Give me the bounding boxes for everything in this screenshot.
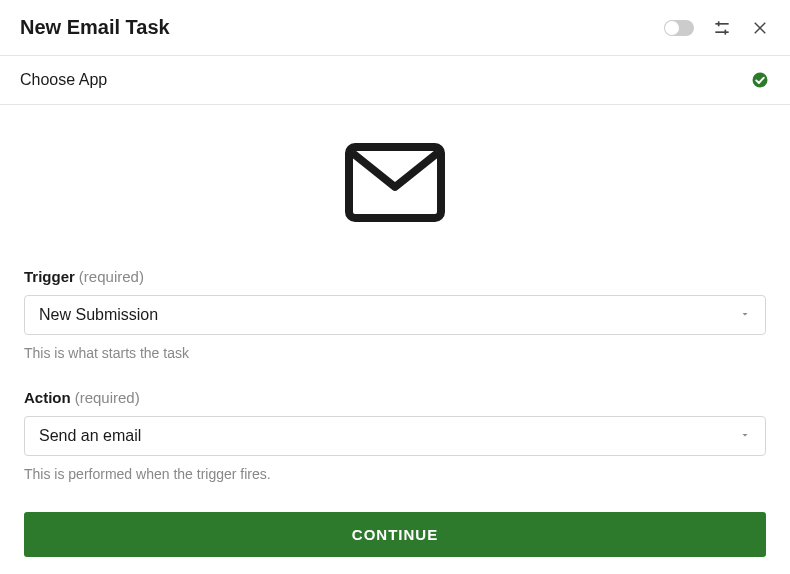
- caret-down-icon: [739, 427, 751, 445]
- page-title: New Email Task: [20, 16, 170, 39]
- section-header: Choose App: [0, 56, 790, 105]
- close-icon[interactable]: [750, 18, 770, 38]
- trigger-label: Trigger (required): [24, 268, 766, 285]
- header-actions: [664, 18, 770, 38]
- check-complete-icon: [750, 70, 770, 90]
- caret-down-icon: [739, 306, 751, 324]
- continue-button[interactable]: CONTINUE: [24, 512, 766, 557]
- action-select[interactable]: Send an email: [24, 416, 766, 456]
- page-header: New Email Task: [0, 0, 790, 56]
- app-icon-row: [24, 105, 766, 254]
- trigger-label-text: Trigger: [24, 268, 75, 285]
- trigger-select[interactable]: New Submission: [24, 295, 766, 335]
- toggle-switch[interactable]: [664, 20, 694, 36]
- mail-icon: [345, 143, 445, 222]
- action-label-text: Action: [24, 389, 71, 406]
- trigger-select-value: New Submission: [39, 306, 158, 324]
- action-select-value: Send an email: [39, 427, 141, 445]
- section-title: Choose App: [20, 71, 107, 89]
- trigger-help-text: This is what starts the task: [24, 345, 766, 361]
- svg-point-6: [753, 73, 768, 88]
- content-area: Trigger (required) New Submission This i…: [0, 105, 790, 574]
- trigger-required-text: (required): [79, 268, 144, 285]
- action-label: Action (required): [24, 389, 766, 406]
- trigger-field: Trigger (required) New Submission This i…: [24, 268, 766, 361]
- action-field: Action (required) Send an email This is …: [24, 389, 766, 482]
- settings-sliders-icon[interactable]: [712, 18, 732, 38]
- action-required-text: (required): [75, 389, 140, 406]
- action-help-text: This is performed when the trigger fires…: [24, 466, 766, 482]
